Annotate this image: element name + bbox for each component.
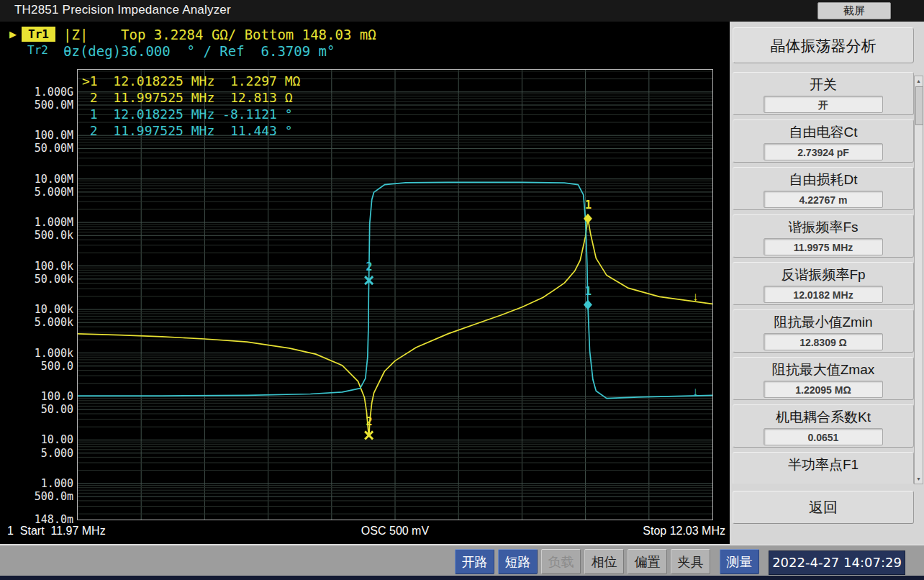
y-axis-tick: 1.000G	[3, 86, 73, 99]
y-axis-tick: 10.00M	[3, 173, 73, 186]
param-value: 4.22767 m	[764, 191, 883, 208]
param-value: 1.22095 MΩ	[764, 381, 883, 398]
toolbar-button-measure[interactable]: 测量	[720, 549, 759, 574]
marker-1-tr2[interactable]	[584, 300, 592, 310]
param-label: 开关	[733, 73, 913, 94]
trace2-scale-readout: θz(deg)36.000 ° / Ref 6.3709 m°	[63, 43, 335, 59]
y-axis-tick: 10.00k	[3, 303, 73, 316]
sweep-stop-label: Stop 12.03 MHz	[78, 525, 725, 538]
y-axis-tick: 100.0k	[3, 260, 73, 273]
trace2-selector[interactable]: Tr2	[27, 43, 48, 57]
sidebar-param-free-capacitance-ct[interactable]: 自由电容Ct2.73924 pF	[733, 119, 914, 163]
bottom-edge	[0, 576, 924, 580]
sidebar-param-free-loss-dt[interactable]: 自由损耗Dt4.22767 m	[733, 167, 914, 210]
y-axis-labels: 1.000G500.0M100.0M50.00M10.00M5.000M1.00…	[0, 70, 73, 520]
param-label: 阻抗最小值Zmin	[733, 310, 913, 332]
plot-area[interactable]: 1212↓↓ >1 12.018225 MHz 1.2297 MΩ 2 11.9…	[77, 69, 713, 520]
toolbar-buttons: 开路短路负载相位偏置夹具测量	[455, 549, 759, 574]
marker-1-tr1-label: 1	[585, 199, 592, 212]
marker-readout: >1 12.018225 MHz 1.2297 MΩ 2 11.997525 M…	[82, 73, 300, 139]
param-label: 阻抗最大值Zmax	[733, 358, 913, 379]
y-axis-tick: 500.0m	[3, 490, 73, 503]
trace-indicator-arrow-icon: ↓	[692, 385, 699, 399]
trace1-scale-readout: |Z| Top 3.2284 GΩ/ Bottom 148.03 mΩ	[63, 27, 376, 42]
sidebar-menu: 晶体振荡器分析 开关开自由电容Ct2.73924 pF自由损耗Dt4.22767…	[730, 22, 924, 544]
marker-2-tr1-label: 2	[366, 415, 373, 428]
sidebar-params: 开关开自由电容Ct2.73924 pF自由损耗Dt4.22767 m谐振频率Fs…	[733, 72, 914, 484]
trace-indicator-arrow-icon: ↓	[692, 290, 699, 304]
y-axis-tick: 500.0	[3, 360, 73, 373]
toolbar-button-phase[interactable]: 相位	[584, 549, 624, 574]
sidebar-param-antiresonant-freq-fp[interactable]: 反谐振频率Fp12.0182 MHz	[733, 262, 914, 305]
y-axis-tick: 50.00k	[3, 273, 73, 286]
marker-readout-line: >1 12.018225 MHz 1.2297 MΩ	[82, 73, 300, 89]
y-axis-tick: 10.00	[3, 433, 73, 446]
app-title: TH2851 Precision Impedance Analyzer	[14, 3, 231, 17]
param-value: 开	[764, 96, 883, 113]
y-axis-tick: 100.0	[3, 390, 73, 403]
param-label: 自由电容Ct	[733, 120, 913, 142]
param-value: 0.0651	[764, 428, 883, 445]
toolbar-button-short-circuit[interactable]: 短路	[498, 549, 538, 574]
y-axis-tick: 5.000	[3, 447, 73, 460]
sidebar-param-resonant-freq-fs[interactable]: 谐振频率Fs11.9975 MHz	[733, 214, 914, 258]
param-label: 反谐振频率Fp	[733, 263, 913, 284]
scrollbar-thumb[interactable]	[915, 86, 923, 125]
y-axis-tick: 100.0M	[3, 129, 73, 142]
trace1-selector[interactable]: Tr1	[22, 27, 55, 42]
sidebar-param-coupling-coefficient-kt[interactable]: 机电耦合系数Kt0.0651	[733, 404, 914, 448]
param-label: 谐振频率Fs	[733, 215, 913, 237]
toolbar-button-load[interactable]: 负载	[541, 549, 581, 574]
y-axis-tick: 50.00M	[3, 142, 73, 155]
active-trace-arrow-icon: ▶	[9, 29, 17, 40]
back-button[interactable]: 返回	[733, 491, 914, 524]
y-axis-tick: 500.0k	[3, 229, 73, 242]
scroll-up-icon[interactable]: ▲	[915, 76, 923, 86]
param-label: 自由损耗Dt	[733, 168, 913, 189]
scroll-down-icon[interactable]: ▼	[915, 474, 923, 484]
param-value: 11.9975 MHz	[764, 238, 883, 255]
toolbar-button-bias[interactable]: 偏置	[628, 549, 667, 574]
toolbar-button-fixture[interactable]: 夹具	[671, 549, 710, 574]
y-axis-tick: 50.00	[3, 403, 73, 416]
y-axis-tick: 5.000M	[3, 186, 73, 199]
sidebar-param-impedance-max-zmax[interactable]: 阻抗最大值Zmax1.22095 MΩ	[733, 357, 914, 400]
marker-readout-line: 1 12.018225 MHz -8.1121 °	[82, 106, 300, 122]
sidebar-param-impedance-min-zmin[interactable]: 阻抗最小值Zmin12.8309 Ω	[733, 309, 914, 353]
clock: 2022-4-27 14:07:29	[769, 550, 905, 575]
marker-2-tr2-label: 2	[366, 260, 373, 273]
y-axis-tick: 5.000k	[3, 316, 73, 329]
param-value: 2.73924 pF	[764, 143, 883, 160]
y-axis-tick: 500.0M	[3, 99, 73, 112]
marker-readout-line: 2 11.997525 MHz 12.813 Ω	[82, 89, 300, 106]
y-axis-tick: 1.000	[3, 477, 73, 490]
param-value: 12.8309 Ω	[764, 333, 883, 350]
y-axis-tick: 1.000M	[3, 216, 73, 229]
title-bar: TH2851 Precision Impedance Analyzer 截屏	[0, 0, 924, 22]
sidebar-title: 晶体振荡器分析	[733, 27, 914, 63]
screenshot-button[interactable]: 截屏	[817, 2, 891, 19]
marker-readout-line: 2 11.997525 MHz 11.443 °	[82, 122, 300, 139]
bottom-toolbar: 开路短路负载相位偏置夹具测量 2022-4-27 14:07:29	[0, 544, 924, 580]
instrument-screen: TH2851 Precision Impedance Analyzer 截屏 ▶…	[0, 0, 924, 580]
toolbar-button-open-circuit[interactable]: 开路	[455, 549, 494, 574]
marker-1-tr2-label: 1	[585, 285, 592, 298]
sidebar-scrollbar[interactable]: ▲ ▼	[914, 76, 923, 484]
param-label: 半功率点F1	[733, 453, 913, 474]
param-value: 12.0182 MHz	[764, 286, 883, 303]
param-label: 机电耦合系数Kt	[733, 405, 913, 427]
sidebar-param-half-power-point-f1[interactable]: 半功率点F1	[733, 452, 914, 484]
y-axis-tick: 1.000k	[3, 347, 73, 360]
sidebar-param-switch[interactable]: 开关开	[733, 72, 914, 115]
